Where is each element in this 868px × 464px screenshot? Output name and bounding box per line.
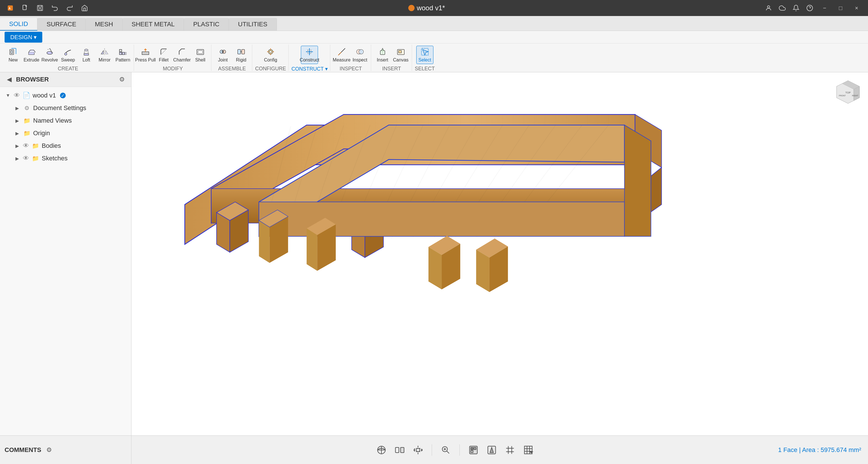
chamfer-btn[interactable]: Chamfer (174, 46, 191, 64)
canvas-btn[interactable]: Canvas (392, 46, 409, 64)
cube-navigation-widget[interactable]: TOP RIGHT FRONT (834, 78, 862, 106)
origin-label: Origin (33, 129, 50, 137)
bodies-eye-icon[interactable]: 👁 (23, 143, 29, 149)
configure-btn[interactable]: Config (262, 46, 279, 64)
home-view-btn[interactable] (375, 443, 388, 457)
svg-rect-19 (119, 52, 122, 55)
sketches-toggle[interactable]: ▶ (14, 155, 21, 162)
svg-marker-17 (101, 51, 103, 54)
visual-style-btn[interactable] (485, 443, 499, 457)
construct-tools: Construct (301, 46, 318, 64)
origin-toggle[interactable]: ▶ (14, 130, 21, 137)
close-button[interactable]: × (850, 2, 863, 14)
named-views-label: Named Views (33, 117, 72, 124)
construct-btn[interactable]: Construct (301, 46, 318, 64)
grid-toggle-btn[interactable] (521, 443, 535, 457)
sketches-eye-icon[interactable]: 👁 (23, 155, 29, 162)
svg-text:RIGHT: RIGHT (852, 95, 859, 97)
mirror-btn[interactable]: Mirror (96, 46, 113, 64)
app-icon[interactable]: A (5, 2, 16, 14)
tree-item-origin[interactable]: ▶ 📁 Origin (0, 127, 131, 140)
account-icon[interactable] (763, 2, 774, 14)
ribbon-group-insert: Insert Canvas INSERT (372, 45, 412, 71)
comments-settings-btn[interactable]: ⚙ (44, 445, 54, 455)
save-icon[interactable] (34, 2, 46, 14)
tree-item-bodies[interactable]: ▶ 👁 📁 Bodies (0, 140, 131, 152)
tab-utilities[interactable]: UTILITIES (229, 18, 277, 31)
origin-icon: 📁 (23, 129, 31, 137)
named-views-icon: 📁 (23, 117, 31, 125)
ribbon-group-modify: Press Pull Fillet Chamfer Shell MODIFY (134, 45, 211, 71)
browser-settings-btn[interactable]: ⚙ (117, 75, 127, 84)
revolve-btn[interactable]: Revolve (41, 46, 58, 64)
browser-collapse-btn[interactable]: ◀ (5, 75, 14, 84)
svg-marker-83 (625, 125, 651, 236)
comments-section: COMMENTS ⚙ (0, 436, 131, 464)
insert-mesh-btn[interactable]: Insert (374, 46, 391, 64)
svg-rect-22 (119, 50, 122, 52)
fillet-btn[interactable]: Fillet (155, 46, 172, 64)
rigid-group-btn[interactable]: Rigid (232, 46, 250, 64)
loft-btn[interactable]: Loft (78, 46, 95, 64)
new-file-icon[interactable] (20, 2, 31, 14)
fit-all-btn[interactable] (393, 443, 407, 457)
svg-rect-14 (84, 54, 89, 55)
svg-rect-5 (39, 8, 41, 10)
doc-settings-icon: ⚙ (23, 104, 31, 112)
cloud-icon[interactable] (777, 2, 788, 14)
ribbon-group-configure: Config CONFIGURE (253, 45, 288, 71)
tab-surface[interactable]: SURFACE (37, 18, 86, 31)
viewport[interactable]: TOP RIGHT FRONT (131, 72, 868, 435)
grid-settings-btn[interactable] (503, 443, 517, 457)
tab-plastic[interactable]: PLASTIC (184, 18, 229, 31)
svg-text:FRONT: FRONT (839, 95, 846, 97)
zoom-btn[interactable] (439, 443, 453, 457)
shell-btn[interactable]: Shell (192, 46, 209, 64)
tree-item-root[interactable]: ▼ 👁 📄 wood v1 ✓ (0, 89, 131, 102)
root-eye-icon[interactable]: 👁 (14, 92, 20, 98)
maximize-button[interactable]: □ (834, 2, 847, 14)
ribbon-bottom: New Extrude Revolve Sweep Loft (0, 44, 868, 72)
pattern-btn[interactable]: Pattern (114, 46, 131, 64)
tree-item-sketches[interactable]: ▶ 👁 📁 Sketches (0, 152, 131, 165)
measure-btn[interactable]: Measure (333, 46, 350, 64)
comments-label: COMMENTS (5, 446, 41, 454)
redo-icon[interactable] (64, 2, 75, 14)
press-pull-btn[interactable]: Press Pull (137, 46, 154, 64)
toolbar-divider-1 (432, 444, 432, 456)
svg-point-28 (222, 51, 224, 53)
tab-sheet-metal[interactable]: SHEET METAL (123, 18, 184, 31)
svg-rect-117 (474, 447, 476, 450)
svg-rect-11 (29, 52, 34, 55)
undo-icon[interactable] (49, 2, 61, 14)
home-icon[interactable] (79, 2, 90, 14)
orbit-btn[interactable] (411, 443, 425, 457)
display-mode-btn[interactable] (467, 443, 480, 457)
help-icon[interactable] (804, 2, 815, 14)
named-views-toggle[interactable]: ▶ (14, 117, 21, 124)
root-toggle[interactable]: ▼ (5, 92, 11, 99)
tree-item-doc-settings[interactable]: ▶ ⚙ Document Settings (0, 102, 131, 114)
notification-icon[interactable] (790, 2, 802, 14)
svg-text:A: A (8, 7, 10, 10)
status-text: 1 Face | Area : 5975.674 mm² (778, 446, 861, 454)
joint-btn[interactable]: Joint (214, 46, 231, 64)
extrude-btn[interactable]: Extrude (23, 46, 40, 64)
create-new-component-btn[interactable]: New (5, 46, 22, 64)
sweep-btn[interactable]: Sweep (59, 46, 76, 64)
tabs-bar: SOLID SURFACE MESH SHEET METAL PLASTIC U… (0, 16, 868, 31)
construct-label: CONSTRUCT ▾ (291, 65, 328, 72)
minimize-button[interactable]: − (818, 2, 831, 14)
bodies-toggle[interactable]: ▶ (14, 142, 21, 149)
tab-mesh[interactable]: MESH (86, 18, 123, 31)
title-bar-right: − □ × (763, 2, 868, 14)
interference-btn[interactable]: Inspect (351, 46, 369, 64)
design-mode-button[interactable]: DESIGN ▾ (5, 32, 42, 42)
doc-settings-toggle[interactable]: ▶ (14, 105, 21, 112)
assemble-tools: Joint Rigid (214, 46, 250, 64)
select-btn[interactable]: Select (416, 46, 433, 64)
tab-solid[interactable]: SOLID (0, 18, 37, 31)
browser-title: BROWSER (16, 76, 49, 83)
tree-item-named-views[interactable]: ▶ 📁 Named Views (0, 114, 131, 127)
ribbon-group-select: Select SELECT (412, 45, 437, 71)
